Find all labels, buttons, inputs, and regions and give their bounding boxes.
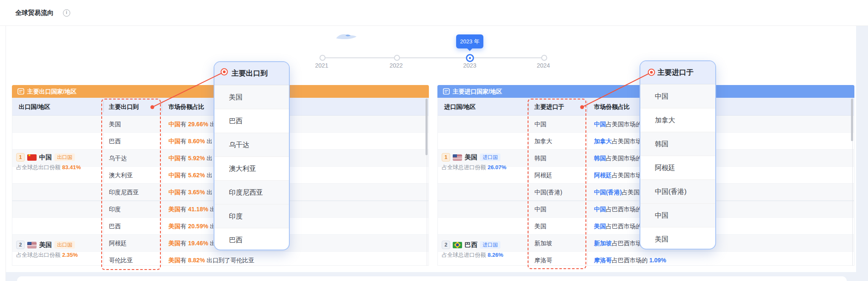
export-popover-title: 主要出口到 xyxy=(214,62,289,85)
rank-badge: 2 xyxy=(442,241,450,249)
table-list-icon xyxy=(17,88,25,97)
col-import-country: 进口国/地区 xyxy=(444,98,476,116)
info-icon[interactable]: i xyxy=(63,9,70,17)
popover-item[interactable]: 中国(香港) xyxy=(640,179,715,203)
popover-item[interactable]: 巴西 xyxy=(214,228,289,250)
export-table-title: 主要出口国家/地区 xyxy=(27,85,77,98)
exporter-tag: 出口国 xyxy=(54,153,75,161)
popover-item[interactable]: 加拿大 xyxy=(640,108,715,132)
page-title: 全球贸易流向 xyxy=(15,0,54,26)
header-bar: 全球贸易流向 i xyxy=(0,0,868,26)
import-src-popover: 主要进口于 中国 加拿大 韩国 阿根廷 中国(香港) 中国 美国 xyxy=(640,60,716,250)
usa-flag-icon xyxy=(453,154,462,161)
popover-item[interactable]: 中国 xyxy=(640,203,715,227)
importer-tag: 进口国 xyxy=(480,153,500,161)
export-dest-column-highlight xyxy=(101,99,161,270)
import-table-title: 主要进口国家/地区 xyxy=(453,85,502,98)
year-label-2023[interactable]: 2023 xyxy=(455,62,485,69)
next-section-panel xyxy=(17,276,847,281)
exporter-tag: 出口国 xyxy=(54,241,75,249)
page-background-right xyxy=(856,26,868,281)
popover-item[interactable]: 巴西 xyxy=(214,109,289,133)
import-popover-title: 主要进口于 xyxy=(640,61,715,84)
year-label-2022[interactable]: 2022 xyxy=(381,62,411,69)
year-slider-handle[interactable] xyxy=(466,54,474,62)
importer-group-brazil: 2 巴西 进口国 占全球总进口份额8.26% xyxy=(442,241,540,259)
rank-badge: 1 xyxy=(16,153,25,162)
year-slider-track[interactable] xyxy=(322,57,543,58)
year-label-2021[interactable]: 2021 xyxy=(307,62,337,69)
year-slider-dot-2021[interactable] xyxy=(320,55,326,61)
popover-item[interactable]: 美国 xyxy=(640,227,715,250)
importer-tag: 进口国 xyxy=(480,241,500,249)
export-dest-popover: 主要出口到 美国 巴西 乌干达 澳大利亚 印度尼西亚 印度 巴西 xyxy=(214,61,290,250)
col-market-share: 市场份额占比 xyxy=(594,98,630,116)
usa-flag-icon xyxy=(27,242,37,248)
year-slider-dot-2022[interactable] xyxy=(394,55,400,61)
year-label-2024[interactable]: 2024 xyxy=(528,62,558,69)
year-tooltip: 2023 年 xyxy=(456,34,483,48)
rank-badge: 2 xyxy=(16,241,25,249)
popover-item[interactable]: 韩国 xyxy=(640,132,715,156)
importer-group-usa: 1 美国 进口国 占全球总进口份额26.07% xyxy=(442,153,540,171)
popover-item[interactable]: 印度尼西亚 xyxy=(214,180,289,204)
exporter-group-china: 1 中国 出口国 占全球总出口份额83.41% xyxy=(16,153,114,171)
map-decoration xyxy=(334,31,362,43)
col-market-share: 市场份额占比 xyxy=(168,98,204,116)
year-slider-dot-2024[interactable] xyxy=(541,55,547,61)
rank-badge: 1 xyxy=(442,153,450,162)
popover-item[interactable]: 印度 xyxy=(214,204,289,228)
import-src-column-highlight xyxy=(528,99,586,269)
popover-item[interactable]: 澳大利亚 xyxy=(214,156,289,180)
china-flag-icon xyxy=(27,154,37,161)
brazil-flag-icon xyxy=(453,242,462,248)
table-list-icon xyxy=(443,88,450,97)
popover-item[interactable]: 乌干达 xyxy=(214,133,289,156)
col-export-country: 出口国/地区 xyxy=(19,98,50,116)
export-table-scrollbar-thumb[interactable] xyxy=(425,99,428,155)
import-table-scrollbar-thumb[interactable] xyxy=(851,99,853,141)
exporter-group-usa: 2 美国 出口国 占全球总出口份额2.35% xyxy=(16,241,114,259)
popover-item[interactable]: 阿根廷 xyxy=(640,156,715,179)
popover-item[interactable]: 美国 xyxy=(214,85,289,109)
popover-item[interactable]: 中国 xyxy=(640,84,715,108)
